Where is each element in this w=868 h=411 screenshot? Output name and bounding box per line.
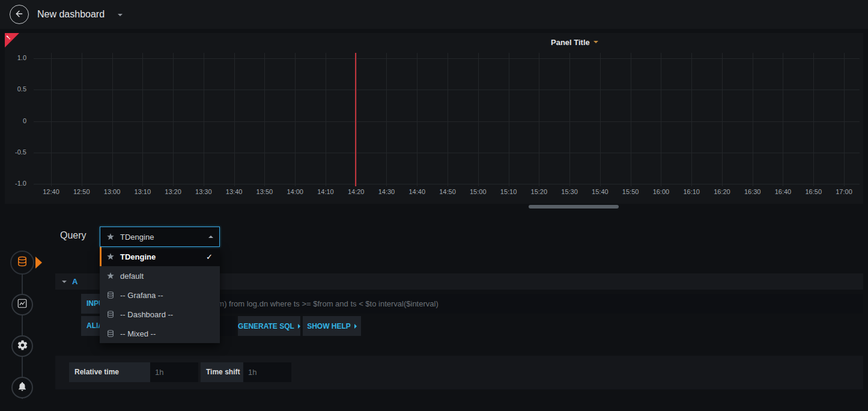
y-axis-tick-label: 0.5 (8, 85, 26, 93)
y-axis-tick-label: -0.5 (8, 148, 26, 156)
active-tab-arrow (35, 257, 42, 269)
grid-line-vertical (844, 53, 845, 186)
database-icon (106, 329, 115, 338)
grid-line-vertical (478, 53, 479, 186)
show-help-label: SHOW HELP (307, 322, 351, 330)
x-axis-tick-label: 16:00 (648, 188, 674, 195)
x-axis-tick-label: 15:40 (587, 188, 613, 195)
grid-line-vertical (173, 53, 174, 186)
grid-line-horizontal (34, 184, 860, 184)
grid-line-vertical (691, 53, 692, 186)
x-axis-tick-label: 14:00 (282, 188, 308, 195)
dashboard-title[interactable]: New dashboard (37, 0, 105, 29)
grid-line-vertical (539, 53, 539, 186)
show-help-button[interactable]: SHOW HELP (303, 316, 361, 336)
grid-line-vertical (631, 53, 631, 186)
datasource-select[interactable]: TDengine (100, 227, 220, 247)
datasource-option-label: -- Dashboard -- (120, 310, 173, 319)
datasource-selected-value: TDengine (120, 233, 154, 242)
database-icon (106, 291, 115, 299)
time-shift-input[interactable] (243, 362, 291, 382)
grid-line-vertical (661, 53, 661, 186)
plugin-star-icon (106, 272, 115, 280)
grid-line-vertical (386, 53, 387, 186)
x-axis-tick-label: 13:10 (129, 188, 156, 195)
y-axis-tick-label: -1.0 (8, 180, 26, 187)
query-section-label: Query (60, 230, 86, 241)
arrow-left-icon (14, 9, 24, 20)
x-axis-tick-label: 14:40 (404, 188, 430, 195)
grid-line-vertical (264, 53, 265, 186)
grid-line-vertical (295, 53, 296, 186)
grid-line-vertical (82, 53, 82, 186)
relative-time-input[interactable] (150, 362, 198, 382)
bell-icon (17, 381, 28, 394)
generate-sql-label: GENERATE SQL (238, 322, 294, 330)
tab-general[interactable] (11, 335, 33, 357)
x-axis-tick-label: 16:30 (739, 188, 766, 195)
x-axis-tick-label: 15:10 (496, 188, 522, 195)
y-axis-tick-label: 0 (8, 117, 26, 124)
x-axis-tick-label: 15:00 (465, 188, 491, 195)
grid-line-vertical (783, 53, 783, 186)
datasource-option-label: default (120, 272, 144, 281)
grid-line-vertical (569, 53, 570, 186)
datasource-option[interactable]: TDengine✓ (100, 247, 220, 266)
x-axis-tick-label: 13:40 (221, 188, 247, 195)
grid-line-vertical (204, 53, 204, 186)
grid-line-horizontal (34, 153, 860, 153)
tab-alert[interactable] (11, 377, 33, 398)
x-axis-tick-label: 14:30 (373, 188, 399, 195)
datasource-option[interactable]: -- Dashboard -- (100, 305, 220, 324)
datasource-dropdown-menu: TDengine✓default-- Grafana ---- Dashboar… (100, 247, 220, 343)
x-axis-tick-label: 13:30 (190, 188, 217, 195)
chevron-up-icon (208, 236, 213, 238)
plugin-star-icon (106, 252, 115, 261)
grid-line-horizontal (34, 90, 860, 90)
x-axis-tick-label: 13:50 (251, 188, 278, 195)
check-icon: ✓ (206, 252, 213, 261)
horizontal-scrollbar[interactable] (529, 205, 619, 209)
query-ref-id: A (72, 277, 77, 286)
datasource-option[interactable]: default (100, 266, 220, 285)
x-axis-tick-label: 12:40 (38, 188, 64, 195)
datasource-option-label: -- Grafana -- (120, 291, 163, 300)
datasource-option[interactable]: -- Mixed -- (100, 324, 220, 343)
grid-line-vertical (234, 53, 235, 186)
x-axis-tick-label: 12:50 (68, 188, 95, 195)
x-axis-tick-label: 15:20 (526, 188, 552, 195)
x-axis-tick-label: 13:20 (160, 188, 186, 195)
gear-icon (17, 339, 28, 353)
annotation-line (355, 53, 356, 186)
chevron-down-icon[interactable] (118, 14, 123, 16)
datasource-option-label: TDengine (120, 252, 156, 261)
grid-line-vertical (326, 53, 326, 186)
database-icon (106, 310, 115, 318)
datasource-option-label: -- Mixed -- (120, 329, 156, 338)
graph-panel: ! Panel Title 12:4012:5013:0013:1013:201… (5, 33, 863, 204)
x-axis-tick-label: 14:20 (343, 188, 369, 195)
top-navigation-bar: New dashboard (0, 0, 868, 29)
chevron-right-icon (298, 324, 300, 329)
x-axis-tick-label: 14:50 (434, 188, 461, 195)
x-axis-tick-label: 16:10 (678, 188, 705, 195)
x-axis-tick-label: 16:50 (800, 188, 827, 195)
grid-line-vertical (142, 53, 143, 186)
tab-queries[interactable] (10, 251, 34, 275)
x-axis-tick-label: 16:20 (709, 188, 735, 195)
generate-sql-button[interactable]: GENERATE SQL (238, 316, 300, 336)
input-sql-input[interactable] (135, 294, 863, 314)
relative-time-label: Relative time (69, 362, 150, 382)
x-axis-tick-label: 17:10 (861, 188, 863, 195)
grid-line-vertical (600, 53, 601, 186)
x-axis-tick-label: 16:40 (769, 188, 796, 195)
datasource-option[interactable]: -- Grafana -- (100, 285, 220, 305)
chevron-right-icon (354, 324, 357, 329)
tab-visualization[interactable] (11, 294, 33, 315)
x-axis-tick-label: 13:00 (99, 188, 126, 195)
grid-line-horizontal (34, 58, 860, 59)
database-icon (16, 255, 28, 270)
chevron-down-icon (62, 281, 67, 283)
x-axis-tick-label: 17:00 (831, 188, 857, 195)
back-button[interactable] (10, 5, 29, 24)
